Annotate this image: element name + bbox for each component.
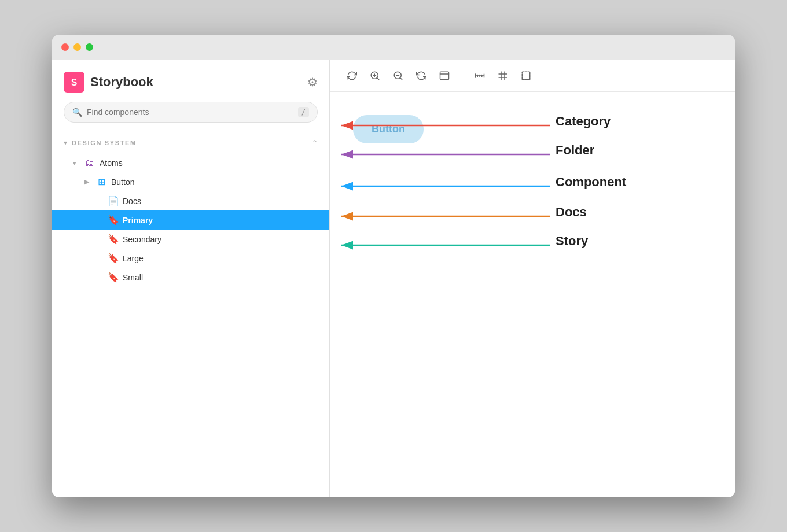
- tree-item-docs[interactable]: ▶ 📄 Docs: [52, 191, 329, 210]
- storybook-logo-icon: S: [64, 72, 84, 93]
- maximize-button[interactable]: [86, 43, 93, 51]
- zoom-out-button[interactable]: [388, 65, 409, 86]
- category-sort-icon: ⌃: [312, 139, 318, 147]
- category-header: ▾ DESIGN SYSTEM ⌃: [52, 134, 329, 152]
- docs-icon: 📄: [108, 195, 118, 206]
- search-bar[interactable]: 🔍 /: [64, 102, 318, 123]
- primary-label: Primary: [123, 216, 153, 225]
- minimize-button[interactable]: [73, 43, 81, 51]
- close-button[interactable]: [61, 43, 69, 51]
- category-chevron-icon: ▾: [64, 139, 67, 147]
- titlebar: [52, 35, 735, 60]
- fullscreen-button[interactable]: [434, 65, 455, 86]
- outline-button[interactable]: [516, 65, 536, 86]
- tree-item-small[interactable]: ▶ 🔖 Small: [52, 268, 329, 287]
- canvas-area: Button: [330, 92, 735, 497]
- annotation-component: Component: [556, 175, 626, 190]
- preview-button[interactable]: Button: [353, 115, 424, 143]
- grid-button[interactable]: [492, 65, 513, 86]
- docs-label: Docs: [123, 197, 141, 206]
- svg-text:S: S: [71, 77, 78, 87]
- atoms-chevron-icon: ▾: [73, 160, 80, 167]
- story-icon-primary: 🔖: [108, 215, 118, 226]
- tree-item-large[interactable]: ▶ 🔖 Large: [52, 249, 329, 268]
- category-label: DESIGN SYSTEM: [72, 139, 137, 146]
- svg-line-3: [377, 77, 378, 79]
- toolbar: [330, 60, 735, 92]
- search-kbd: /: [298, 107, 309, 117]
- app-title: Storybook: [90, 75, 153, 90]
- reload-button[interactable]: [341, 65, 362, 86]
- reset-zoom-button[interactable]: [411, 65, 432, 86]
- story-icon-small: 🔖: [108, 272, 118, 283]
- app-window: S Storybook ⚙ 🔍 / ▾ DESIGN SYSTEM ⌃: [52, 35, 735, 497]
- story-icon-large: 🔖: [108, 253, 118, 264]
- secondary-label: Secondary: [123, 235, 161, 244]
- annotations-svg: [330, 92, 735, 497]
- folder-icon: 🗂: [84, 158, 95, 168]
- component-icon: ⊞: [96, 176, 106, 187]
- zoom-in-button[interactable]: [365, 65, 385, 86]
- search-input[interactable]: [87, 108, 293, 117]
- svg-line-7: [400, 77, 402, 79]
- svg-rect-21: [522, 72, 530, 80]
- button-label: Button: [111, 178, 134, 187]
- main-content: S Storybook ⚙ 🔍 / ▾ DESIGN SYSTEM ⌃: [52, 60, 735, 497]
- button-chevron-icon: ▶: [84, 178, 91, 186]
- logo-area: S Storybook: [64, 72, 153, 93]
- tree-item-secondary[interactable]: ▶ 🔖 Secondary: [52, 230, 329, 249]
- sidebar-header: S Storybook ⚙: [52, 60, 329, 102]
- annotation-folder: Folder: [556, 143, 594, 158]
- toolbar-divider-1: [462, 69, 462, 83]
- traffic-lights: [61, 43, 93, 51]
- right-panel: Button: [330, 60, 735, 497]
- svg-rect-9: [440, 72, 449, 80]
- annotation-category: Category: [556, 114, 611, 129]
- atoms-label: Atoms: [100, 158, 123, 168]
- tree-item-atoms[interactable]: ▾ 🗂 Atoms: [52, 154, 329, 172]
- sidebar: S Storybook ⚙ 🔍 / ▾ DESIGN SYSTEM ⌃: [52, 60, 330, 497]
- annotation-docs: Docs: [556, 205, 587, 220]
- story-icon-secondary: 🔖: [108, 234, 118, 245]
- settings-icon[interactable]: ⚙: [307, 75, 318, 89]
- tree-item-button[interactable]: ▶ ⊞ Button: [52, 172, 329, 191]
- small-label: Small: [123, 273, 143, 282]
- large-label: Large: [123, 254, 144, 263]
- search-icon: 🔍: [72, 108, 82, 117]
- tree-item-primary[interactable]: ▶ 🔖 Primary: [52, 210, 329, 230]
- annotation-story: Story: [556, 234, 588, 249]
- measure-button[interactable]: [469, 65, 490, 86]
